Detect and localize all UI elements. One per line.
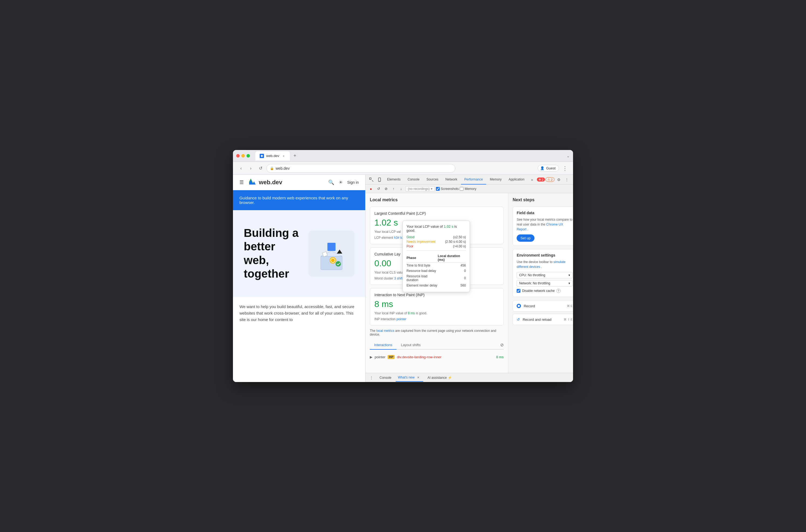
svg-rect-8	[370, 178, 371, 179]
inp-interaction-link[interactable]: pointer	[396, 317, 407, 321]
inp-name: Interaction to Next Paint (INP)	[374, 293, 499, 297]
webpage-nav: ☰ web.dev 🔍 ☀ Sign in	[233, 175, 365, 190]
tooltip-col1: Phase	[407, 253, 438, 263]
interaction-element[interactable]: div.devsite-landing-row-inner	[397, 355, 494, 359]
next-steps-panel: Next steps Field data See how your local…	[508, 193, 573, 373]
guest-button[interactable]: 👤 Guest	[538, 165, 559, 172]
tab-title: web.dev	[266, 154, 279, 158]
setup-button[interactable]: Set up	[517, 234, 535, 242]
tooltip-table-row: Time to first byte456	[407, 263, 466, 268]
tooltip-duration: 0	[438, 268, 466, 273]
devtools-more-button[interactable]: ⋮	[563, 176, 570, 184]
more-tabs-button[interactable]: »	[528, 176, 536, 184]
bottom-tab-console[interactable]: Console	[377, 375, 394, 381]
svg-point-7	[336, 261, 341, 267]
settings-button[interactable]: ⚙	[555, 176, 563, 184]
local-metrics-link[interactable]: local metrics	[376, 329, 394, 332]
screenshots-checkbox[interactable]	[436, 187, 440, 191]
url-bar[interactable]: 🔒 web.dev	[266, 164, 455, 173]
cpu-throttle-select[interactable]: CPU: No throttling ▾	[517, 272, 573, 279]
device-toolbar-button[interactable]	[376, 176, 383, 184]
new-tab-button[interactable]: +	[291, 152, 299, 160]
svg-point-11	[379, 181, 380, 181]
tab-sources[interactable]: Sources	[423, 175, 442, 185]
record-circle-icon	[517, 304, 521, 308]
record-button[interactable]: ●	[368, 186, 374, 192]
tooltip-table-row: Element render delay560	[407, 283, 466, 288]
lcp-tooltip: Your local LCP value of 1.02 s is good. …	[402, 221, 470, 292]
network-throttle-select[interactable]: Network: No throttling ▾	[517, 280, 573, 286]
help-icon[interactable]: ?	[556, 289, 561, 293]
tab-performance[interactable]: Performance	[461, 175, 486, 185]
tooltip-phase: Time to first byte	[407, 263, 438, 268]
main-area: ☰ web.dev 🔍 ☀ Sign in Guidance to build …	[233, 175, 573, 382]
browser-more-button[interactable]: ⋮	[561, 165, 569, 172]
upload-button[interactable]: ↑	[390, 186, 397, 192]
record-inner	[518, 305, 520, 307]
recordings-select[interactable]: (no recordings) ▾	[406, 186, 435, 192]
active-tab[interactable]: web.dev ×	[255, 151, 290, 160]
tooltip-duration: 456	[438, 263, 466, 268]
expand-arrow-icon[interactable]: ▶	[370, 355, 373, 359]
tab-bar: web.dev × +	[255, 151, 564, 160]
interactions-section: Interactions Layout shifts ⊘ ▶ pointer I…	[370, 341, 504, 361]
tooltip-good-label: Good	[407, 235, 414, 239]
interactions-tabs: Interactions Layout shifts ⊘	[370, 341, 504, 349]
inp-badge: INP	[388, 355, 395, 359]
close-traffic-light[interactable]	[236, 154, 240, 157]
lcp-name: Largest Contentful Paint (LCP)	[374, 211, 499, 215]
window-chevron: ⌄	[566, 153, 570, 158]
maximize-traffic-light[interactable]	[246, 154, 250, 157]
reload-button[interactable]: ↺	[257, 165, 264, 172]
signin-button[interactable]: Sign in	[347, 180, 359, 185]
error-count: 2	[542, 178, 543, 181]
devtools-bottom-bar: ⋮ Console What's new × AI assistance ⚡ ×	[365, 373, 573, 382]
bottom-tab-whats-new[interactable]: What's new ×	[396, 374, 423, 382]
tab-console[interactable]: Console	[404, 175, 423, 185]
disable-cache-checkbox[interactable]	[517, 289, 520, 293]
tooltip-phase: Resource load delay	[407, 268, 438, 273]
warn-count: 2	[551, 178, 552, 181]
memory-checkbox-group: Memory	[460, 187, 476, 191]
cpu-throttle-label: CPU: No throttling	[519, 273, 545, 277]
tab-application[interactable]: Application	[505, 175, 528, 185]
interaction-type: pointer	[375, 355, 386, 359]
bottom-more-button[interactable]: ⋮	[368, 374, 375, 381]
minimize-traffic-light[interactable]	[241, 154, 245, 157]
tooltip-needs-range: (2.50 s-4.00 s)	[445, 240, 466, 244]
devtools-content: Local metrics Largest Contentful Paint (…	[365, 193, 573, 373]
tab-network[interactable]: Network	[442, 175, 461, 185]
whats-new-close-button[interactable]: ×	[416, 375, 421, 380]
hero-title: Building a better web, together	[244, 226, 303, 281]
record-reload-button-panel[interactable]: ↺ Record and reload ⌘ ⇧ E	[512, 314, 573, 325]
record-button-panel[interactable]: Record ⌘ E	[512, 300, 573, 311]
search-icon[interactable]: 🔍	[328, 179, 334, 185]
back-button[interactable]: ‹	[237, 165, 245, 172]
dropdown-arrow-icon: ▾	[431, 187, 432, 191]
forward-button[interactable]: ›	[247, 165, 255, 172]
devtools-close-button[interactable]: ×	[571, 176, 573, 184]
hamburger-icon[interactable]: ☰	[240, 179, 244, 185]
bottom-tab-ai[interactable]: AI assistance ⚡	[426, 375, 454, 381]
interaction-row: ▶ pointer INP div.devsite-landing-row-in…	[370, 353, 504, 361]
clear-button[interactable]: ⊘	[383, 186, 389, 192]
tab-layout-shifts[interactable]: Layout shifts	[396, 341, 425, 349]
cls-cluster-link[interactable]: 3 shifs	[394, 277, 404, 280]
tab-memory[interactable]: Memory	[487, 175, 505, 185]
tooltip-poor-label: Poor	[407, 244, 413, 248]
network-throttle-row: Network: No throttling ▾	[517, 280, 573, 286]
theme-icon[interactable]: ☀	[338, 179, 343, 185]
devtools-panel: Elements Console Sources Network Perform…	[365, 175, 573, 382]
disable-cache-label: Disable network cache	[522, 289, 555, 293]
bottom-ai-label: AI assistance	[428, 376, 447, 380]
reload-record-button[interactable]: ↺	[375, 186, 382, 192]
filter-icon[interactable]: ⊘	[500, 342, 504, 347]
memory-checkbox[interactable]	[460, 187, 464, 191]
inspect-element-button[interactable]	[368, 176, 375, 184]
download-button[interactable]: ↓	[398, 186, 404, 192]
lcp-element-ref[interactable]: h3#	[394, 236, 399, 240]
tab-close-button[interactable]: ×	[281, 154, 286, 158]
tab-elements[interactable]: Elements	[384, 175, 404, 185]
lock-icon: 🔒	[270, 167, 274, 170]
tab-interactions[interactable]: Interactions	[370, 341, 396, 349]
